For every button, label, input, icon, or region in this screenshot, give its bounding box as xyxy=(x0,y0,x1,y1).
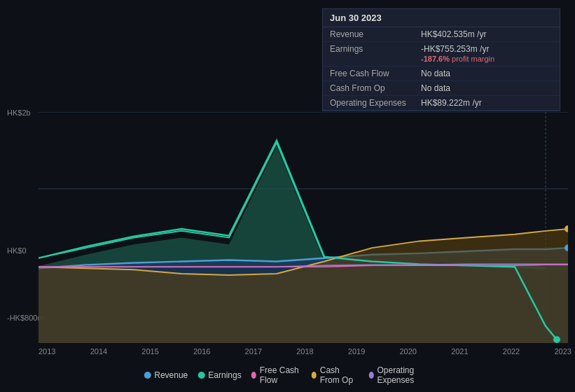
x-label-2016: 2016 xyxy=(193,347,210,356)
x-label-2019: 2019 xyxy=(348,347,365,356)
x-label-2018: 2018 xyxy=(296,347,313,356)
x-label-2017: 2017 xyxy=(245,347,262,356)
info-label-fcf: Free Cash Flow xyxy=(330,69,421,78)
info-profit-margin: -187.6% profit margin xyxy=(421,55,494,63)
info-value-opex: HK$89.222m /yr xyxy=(421,98,482,108)
legend-dot-earnings xyxy=(198,372,205,379)
info-value-earnings: -HK$755.253m /yr xyxy=(421,44,489,54)
legend-item-cashfromop: Cash From Op xyxy=(312,365,359,385)
x-label-2021: 2021 xyxy=(451,347,468,356)
earnings-endpoint xyxy=(553,336,560,343)
info-panel-header: Jun 30 2023 xyxy=(323,9,560,27)
info-row-cashfromop: Cash From Op No data xyxy=(323,81,560,96)
info-value-revenue: HK$402.535m /yr xyxy=(421,29,486,39)
x-label-2013: 2013 xyxy=(39,347,55,356)
legend-label-cashfromop: Cash From Op xyxy=(320,365,359,385)
y-label-zero: HK$0 xyxy=(7,246,27,255)
info-value-fcf: No data xyxy=(421,69,450,78)
info-row-revenue: Revenue HK$402.535m /yr xyxy=(323,27,560,42)
x-label-2022: 2022 xyxy=(503,347,520,356)
legend-item-fcf: Free Cash Flow xyxy=(251,365,302,385)
legend-item-earnings: Earnings xyxy=(198,370,241,380)
legend-item-revenue: Revenue xyxy=(144,370,188,380)
x-label-2014: 2014 xyxy=(90,347,107,356)
x-label-2015: 2015 xyxy=(141,347,158,356)
legend-dot-opex xyxy=(368,372,373,379)
info-panel: Jun 30 2023 Revenue HK$402.535m /yr Earn… xyxy=(322,8,560,111)
legend-dot-revenue xyxy=(144,372,151,379)
y-label-top: HK$2b xyxy=(7,108,31,117)
chart-svg xyxy=(39,112,568,343)
legend: Revenue Earnings Free Cash Flow Cash Fro… xyxy=(144,365,431,385)
info-row-opex: Operating Expenses HK$89.222m /yr xyxy=(323,96,560,111)
legend-label-revenue: Revenue xyxy=(154,370,188,380)
legend-item-opex: Operating Expenses xyxy=(368,365,431,385)
legend-label-fcf: Free Cash Flow xyxy=(260,365,302,385)
info-label-cashfromop: Cash From Op xyxy=(330,83,421,93)
legend-dot-fcf xyxy=(251,372,256,379)
info-label-opex: Operating Expenses xyxy=(330,98,421,108)
info-label-revenue: Revenue xyxy=(330,29,421,39)
info-row-earnings: Earnings -HK$755.253m /yr -187.6% profit… xyxy=(323,42,560,66)
legend-label-opex: Operating Expenses xyxy=(377,365,431,385)
legend-label-earnings: Earnings xyxy=(208,370,241,380)
x-label-2020: 2020 xyxy=(399,347,416,356)
info-row-fcf: Free Cash Flow No data xyxy=(323,66,560,81)
x-label-2023: 2023 xyxy=(554,347,571,356)
x-axis-labels: 2013 2014 2015 2016 2017 2018 2019 2020 … xyxy=(39,347,571,356)
info-value-cashfromop: No data xyxy=(421,83,450,93)
legend-dot-cashfromop xyxy=(312,372,317,379)
info-label-earnings: Earnings xyxy=(330,44,421,54)
